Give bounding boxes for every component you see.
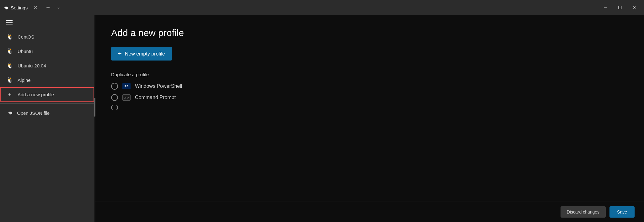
hamburger-menu-button[interactable] — [0, 15, 94, 29]
ubuntu-label: Ubuntu — [18, 49, 33, 54]
cmd-icon: C:\> — [122, 94, 131, 101]
duplicate-section-label: Duplicate a profile — [111, 72, 628, 77]
alpine-icon: 🐧 — [6, 77, 13, 83]
titlebar-title: Settings — [11, 5, 28, 10]
gear-icon — [3, 5, 8, 10]
centos-icon: 🐧 — [6, 33, 13, 40]
profile-option-cmd[interactable]: C:\> Command Prompt — [111, 94, 628, 101]
new-tab-button[interactable]: + — [44, 3, 52, 13]
maximize-button[interactable]: ☐ — [613, 0, 627, 15]
main-container: 🐧 CentOS 🐧 Ubuntu 🐧 Ubuntu-20.04 🐧 Alpin… — [0, 15, 644, 222]
powershell-icon: PS — [122, 83, 131, 89]
json-label: Open JSON file — [17, 110, 50, 116]
powershell-radio[interactable] — [111, 83, 118, 90]
cmd-radio[interactable] — [111, 94, 118, 101]
titlebar-left: Settings ✕ + ⌵ — [3, 3, 598, 13]
sidebar-item-open-json[interactable]: Open JSON file — [0, 106, 94, 120]
powershell-label: Windows PowerShell — [135, 83, 182, 89]
sidebar-item-alpine[interactable]: 🐧 Alpine — [0, 73, 94, 87]
sidebar-divider — [0, 103, 94, 104]
ubuntu-icon: 🐧 — [6, 48, 13, 55]
close-button[interactable]: ✕ — [627, 0, 641, 15]
centos-label: CentOS — [18, 34, 34, 40]
discard-changes-button[interactable]: Discard changes — [561, 206, 606, 218]
sidebar: 🐧 CentOS 🐧 Ubuntu 🐧 Ubuntu-20.04 🐧 Alpin… — [0, 15, 94, 222]
save-button[interactable]: Save — [609, 206, 635, 218]
sidebar-item-add-profile[interactable]: + Add a new profile — [0, 87, 94, 102]
sidebar-item-ubuntu2004[interactable]: 🐧 Ubuntu-20.04 — [0, 58, 94, 73]
new-empty-profile-label: New empty profile — [125, 51, 165, 57]
window-controls: ─ ☐ ✕ — [598, 0, 641, 15]
profile-option-powershell[interactable]: PS Windows PowerShell — [111, 83, 628, 90]
add-profile-plus-icon: + — [6, 91, 13, 98]
close-tab-button[interactable]: ✕ — [31, 3, 40, 12]
settings-tab[interactable]: Settings — [3, 5, 28, 10]
add-profile-label: Add a new profile — [18, 92, 54, 97]
hamburger-icon — [6, 20, 88, 24]
json-gear-icon — [6, 109, 13, 117]
ubuntu2004-icon: 🐧 — [6, 62, 13, 69]
new-empty-profile-button[interactable]: + New empty profile — [111, 47, 172, 61]
ubuntu2004-label: Ubuntu-20.04 — [18, 63, 46, 68]
page-title: Add a new profile — [111, 28, 628, 38]
new-profile-plus-icon: + — [118, 50, 122, 57]
content-area: Add a new profile + New empty profile Du… — [95, 15, 644, 222]
bottom-action-bar: Discard changes Save — [95, 202, 644, 222]
profile-option-partial[interactable] — [111, 105, 628, 110]
sidebar-item-ubuntu[interactable]: 🐧 Ubuntu — [0, 44, 94, 58]
tab-dropdown-button[interactable]: ⌵ — [56, 4, 62, 11]
partial-radio[interactable] — [111, 105, 118, 110]
minimize-button[interactable]: ─ — [598, 0, 613, 15]
alpine-label: Alpine — [18, 77, 31, 83]
cmd-label: Command Prompt — [135, 95, 176, 100]
sidebar-item-centos[interactable]: 🐧 CentOS — [0, 29, 94, 44]
titlebar: Settings ✕ + ⌵ ─ ☐ ✕ — [0, 0, 644, 15]
